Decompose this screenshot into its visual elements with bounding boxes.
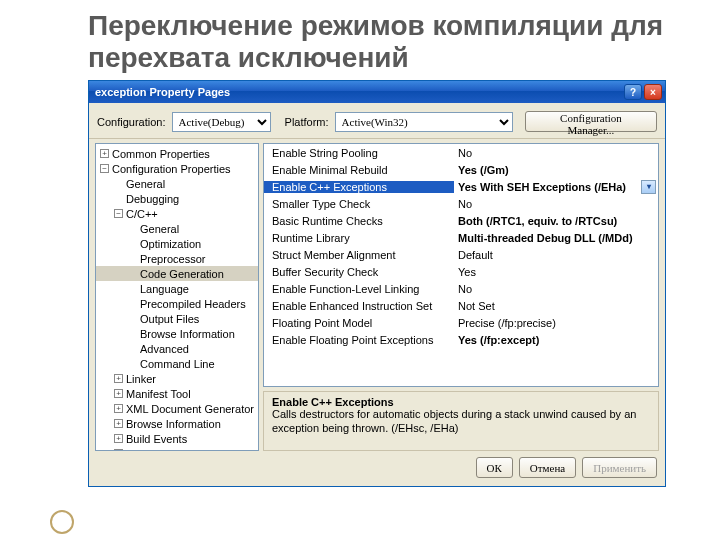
tree-node-label: Debugging	[126, 193, 179, 205]
tree-node[interactable]: Code Generation	[96, 266, 258, 281]
tree-toggle-icon[interactable]: +	[100, 149, 109, 158]
property-value[interactable]: No	[454, 283, 658, 295]
tree-toggle-icon[interactable]: −	[100, 164, 109, 173]
close-icon[interactable]: ×	[644, 84, 662, 100]
property-name: Smaller Type Check	[272, 198, 454, 210]
dialog-footer: ОК Отмена Применить	[89, 451, 665, 486]
tree-node[interactable]: General	[96, 221, 258, 236]
property-value[interactable]: Yes (/fp:except)	[454, 334, 658, 346]
property-row[interactable]: Enable Floating Point ExceptionsYes (/fp…	[264, 331, 658, 348]
tree-node[interactable]: +XML Document Generator	[96, 401, 258, 416]
property-name: Buffer Security Check	[272, 266, 454, 278]
property-value[interactable]: Default	[454, 249, 658, 261]
configuration-manager-button[interactable]: Configuration Manager...	[525, 111, 657, 132]
property-row[interactable]: Floating Point ModelPrecise (/fp:precise…	[264, 314, 658, 331]
property-value[interactable]: No	[454, 198, 658, 210]
tree-node[interactable]: Precompiled Headers	[96, 296, 258, 311]
property-name: Struct Member Alignment	[272, 249, 454, 261]
property-row[interactable]: Enable Enhanced Instruction SetNot Set	[264, 297, 658, 314]
tree-node[interactable]: −C/C++	[96, 206, 258, 221]
titlebar: exception Property Pages ? ×	[89, 81, 665, 103]
property-value[interactable]: Not Set	[454, 300, 658, 312]
tree-node-label: General	[140, 223, 179, 235]
property-value[interactable]: No	[454, 147, 658, 159]
tree-node[interactable]: +Linker	[96, 371, 258, 386]
tree-node-label: Common Properties	[112, 148, 210, 160]
tree-node[interactable]: +Common Properties	[96, 146, 258, 161]
tree-node[interactable]: −Configuration Properties	[96, 161, 258, 176]
property-row[interactable]: Struct Member AlignmentDefault	[264, 246, 658, 263]
tree-node-label: Language	[140, 283, 189, 295]
apply-button[interactable]: Применить	[582, 457, 657, 478]
tree-toggle-icon[interactable]: +	[114, 389, 123, 398]
tree-toggle-icon[interactable]: +	[114, 419, 123, 428]
tree-node-label: Precompiled Headers	[140, 298, 246, 310]
property-value[interactable]: Yes	[454, 266, 658, 278]
property-pages-dialog: exception Property Pages ? × Configurati…	[88, 80, 666, 487]
property-row[interactable]: Basic Runtime ChecksBoth (/RTC1, equiv. …	[264, 212, 658, 229]
tree-node[interactable]: +Custom Build Step	[96, 446, 258, 451]
tree-node[interactable]: Output Files	[96, 311, 258, 326]
tree-node[interactable]: Preprocessor	[96, 251, 258, 266]
tree-toggle-icon[interactable]: +	[114, 374, 123, 383]
platform-select[interactable]: Active(Win32)	[335, 112, 513, 132]
property-name: Enable String Pooling	[272, 147, 454, 159]
tree-node[interactable]: Optimization	[96, 236, 258, 251]
tree-node-label: Browse Information	[140, 328, 235, 340]
property-row[interactable]: Enable C++ ExceptionsYes With SEH Except…	[264, 178, 658, 195]
tree-node-label: Custom Build Step	[126, 448, 217, 452]
property-value[interactable]: Multi-threaded Debug DLL (/MDd)	[454, 232, 658, 244]
tree-node-label: Linker	[126, 373, 156, 385]
tree-node[interactable]: Command Line	[96, 356, 258, 371]
tree-toggle-icon[interactable]: +	[114, 434, 123, 443]
tree-toggle-icon[interactable]: −	[114, 209, 123, 218]
property-value[interactable]: Yes (/Gm)	[454, 164, 658, 176]
tree-toggle-icon[interactable]: +	[114, 449, 123, 451]
tree-node[interactable]: Debugging	[96, 191, 258, 206]
help-icon[interactable]: ?	[624, 84, 642, 100]
property-name: Enable Minimal Rebuild	[272, 164, 454, 176]
property-row[interactable]: Runtime LibraryMulti-threaded Debug DLL …	[264, 229, 658, 246]
property-name: Floating Point Model	[272, 317, 454, 329]
property-row[interactable]: Enable Function-Level LinkingNo	[264, 280, 658, 297]
property-value[interactable]: Yes With SEH Exceptions (/EHa)	[454, 180, 658, 194]
configuration-select[interactable]: Active(Debug)	[172, 112, 271, 132]
slide-title: Переключение режимов компиляции для пере…	[0, 0, 720, 80]
tree-node-label: Code Generation	[140, 268, 224, 280]
property-name: Enable Floating Point Exceptions	[272, 334, 454, 346]
tree-node-label: Browse Information	[126, 418, 221, 430]
property-value[interactable]: Both (/RTC1, equiv. to /RTCsu)	[454, 215, 658, 227]
cancel-button[interactable]: Отмена	[519, 457, 576, 478]
property-row[interactable]: Smaller Type CheckNo	[264, 195, 658, 212]
tree-node-label: Build Events	[126, 433, 187, 445]
category-tree[interactable]: +Common Properties−Configuration Propert…	[95, 143, 259, 451]
property-name: Enable C++ Exceptions	[264, 181, 454, 193]
ok-button[interactable]: ОК	[476, 457, 513, 478]
property-name: Runtime Library	[272, 232, 454, 244]
property-row[interactable]: Enable String PoolingNo	[264, 144, 658, 161]
tree-node[interactable]: Browse Information	[96, 326, 258, 341]
property-row[interactable]: Enable Minimal RebuildYes (/Gm)	[264, 161, 658, 178]
tree-node[interactable]: Language	[96, 281, 258, 296]
tree-node-label: Configuration Properties	[112, 163, 231, 175]
property-row[interactable]: Buffer Security CheckYes	[264, 263, 658, 280]
property-value[interactable]: Precise (/fp:precise)	[454, 317, 658, 329]
tree-node-label: Preprocessor	[140, 253, 205, 265]
tree-node-label: Manifest Tool	[126, 388, 191, 400]
tree-node-label: Advanced	[140, 343, 189, 355]
tree-node[interactable]: +Manifest Tool	[96, 386, 258, 401]
tree-node-label: C/C++	[126, 208, 158, 220]
tree-toggle-icon[interactable]: +	[114, 404, 123, 413]
tree-node[interactable]: +Build Events	[96, 431, 258, 446]
property-name: Basic Runtime Checks	[272, 215, 454, 227]
tree-node-label: Command Line	[140, 358, 215, 370]
tree-node[interactable]: Advanced	[96, 341, 258, 356]
help-text: Calls destructors for automatic objects …	[272, 408, 650, 436]
configuration-label: Configuration:	[97, 116, 166, 128]
tree-node[interactable]: General	[96, 176, 258, 191]
tree-node-label: XML Document Generator	[126, 403, 254, 415]
property-name: Enable Enhanced Instruction Set	[272, 300, 454, 312]
dropdown-arrow-icon[interactable]	[641, 180, 656, 194]
tree-node[interactable]: +Browse Information	[96, 416, 258, 431]
property-grid[interactable]: Enable String PoolingNoEnable Minimal Re…	[263, 143, 659, 387]
